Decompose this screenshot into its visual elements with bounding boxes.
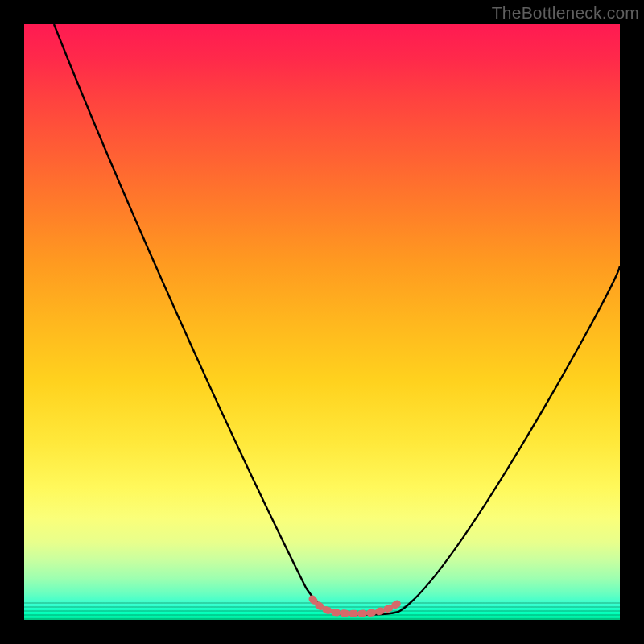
- chart-frame: TheBottleneck.com: [0, 0, 644, 644]
- watermark-text: TheBottleneck.com: [492, 3, 639, 23]
- curve-path: [54, 24, 620, 615]
- curve-path-shadow: [401, 266, 620, 609]
- chart-svg: [24, 24, 620, 620]
- chart-plot-area: [24, 24, 620, 620]
- trough-marker-path: [312, 599, 399, 613]
